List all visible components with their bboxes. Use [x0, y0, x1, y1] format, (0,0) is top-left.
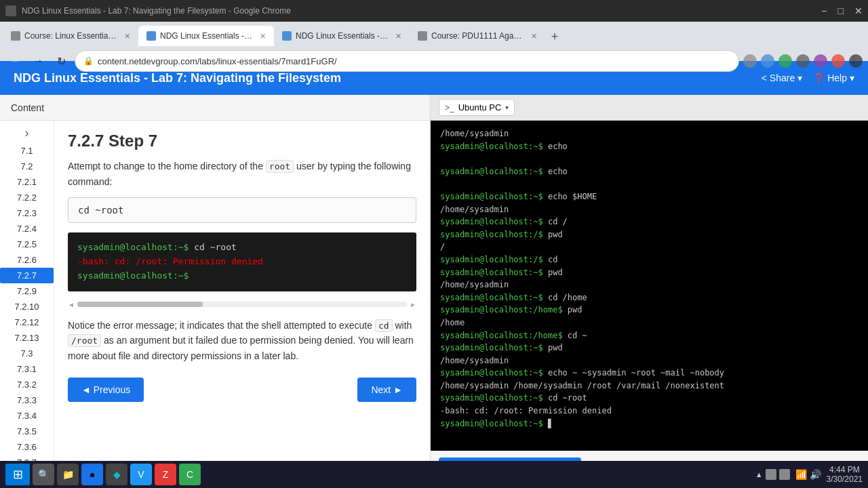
sidebar-item-7-3[interactable]: 7.3 [0, 346, 54, 361]
vm-line-6: sysadmin@localhost:~$ echo $HOME [440, 190, 859, 203]
terminal-scrollbar: ◄ ► [68, 301, 416, 308]
vm-line-12: sysadmin@localhost:~$ pwd [440, 266, 859, 279]
taskbar-icon-3[interactable]: ◆ [106, 464, 127, 485]
sidebar-item-7-2-13[interactable]: 7.2.13 [0, 330, 54, 346]
sidebar-item-7-2-3[interactable]: 7.2.3 [0, 205, 54, 221]
terminal-icon: >_ [445, 103, 454, 113]
tab-4-close[interactable]: ✕ [531, 32, 537, 41]
scroll-thumb[interactable] [77, 302, 203, 307]
sidebar-arrow[interactable]: › [0, 123, 54, 143]
tray-icon-2 [766, 469, 776, 480]
sidebar-item-7-3-1[interactable]: 7.3.1 [0, 361, 54, 377]
vm-selector[interactable]: >_ Ubuntu PC ▾ [439, 99, 515, 116]
search-taskbar-button[interactable]: 🔍 [33, 464, 54, 485]
tab-1[interactable]: Course: Linux Essential Kelas AB... ✕ [3, 26, 138, 46]
menu-icon[interactable]: ⋮ [849, 54, 863, 68]
tab-3-close[interactable]: ✕ [395, 32, 401, 41]
vm-line-9: sysadmin@localhost:/$ pwd [440, 228, 859, 241]
next-button[interactable]: Next ► [357, 378, 416, 402]
share-icon: < [762, 73, 767, 83]
minimize-btn[interactable]: − [821, 5, 827, 16]
previous-button[interactable]: ◄ Previous [68, 378, 144, 402]
tab-2-close[interactable]: ✕ [260, 32, 266, 41]
content-area: 7.2.7 Step 7 Attempt to change to the ho… [54, 121, 430, 488]
vm-line-18: sysadmin@localhost:~$ pwd [440, 342, 859, 354]
tab-4[interactable]: Course: PDU1111 Agama PS Ma... ✕ [410, 26, 545, 46]
ext-icon-5[interactable] [831, 54, 845, 68]
address-bar[interactable]: 🔒 content.netdevgroup.com/labs/linux-ess… [75, 50, 739, 72]
sidebar-item-7-2-9[interactable]: 7.2.9 [0, 283, 54, 299]
sidebar-item-7-2[interactable]: 7.2 [0, 159, 54, 174]
window-title: NDG Linux Essentials - Lab 7: Navigating… [22, 6, 816, 16]
terminal-line-1: sysadmin@localhost:~$ cd ~root [77, 241, 407, 255]
lock-icon: 🔒 [83, 56, 94, 66]
back-button[interactable]: ← [5, 52, 24, 70]
step-title: 7.2.7 Step 7 [68, 131, 416, 150]
tab-2-label: NDG Linux Essentials - Lab 7: Na... [160, 31, 253, 41]
tray-icon-1: ▲ [755, 470, 763, 479]
sidebar-item-7-2-1[interactable]: 7.2.1 [0, 174, 54, 190]
scroll-left-arrow[interactable]: ◄ [68, 301, 75, 308]
ext-icon-1[interactable] [761, 54, 774, 68]
maximize-btn[interactable]: □ [838, 5, 844, 16]
sidebar-item-7-2-10[interactable]: 7.2.10 [0, 299, 54, 314]
sidebar-item-7-3-6[interactable]: 7.3.6 [0, 439, 54, 455]
forward-button[interactable]: → [28, 52, 47, 70]
content-tab-label: Content [11, 102, 44, 113]
vm-terminal[interactable]: /home/sysadmin sysadmin@localhost:~$ ech… [431, 121, 868, 451]
vm-line-4: sysadmin@localhost:~$ echo [440, 165, 859, 178]
vm-line-5 [440, 178, 859, 190]
notice-root-code: /root [68, 334, 101, 347]
title-bar: NDG Linux Essentials - Lab 7: Navigating… [0, 0, 868, 22]
url-text: content.netdevgroup.com/labs/linux-essen… [98, 56, 337, 66]
volume-icon: 🔊 [810, 469, 821, 480]
sidebar-item-7-2-2[interactable]: 7.2.2 [0, 190, 54, 205]
taskbar-right: ▲ 📶 🔊 4:44 PM 3/30/2021 [755, 465, 863, 484]
sidebar-item-7-2-4[interactable]: 7.2.4 [0, 221, 54, 237]
sidebar-item-7-3-3[interactable]: 7.3.3 [0, 392, 54, 408]
bookmark-icon[interactable] [743, 54, 757, 68]
taskbar-icon-6[interactable]: C [179, 464, 201, 485]
command-display: cd ~root [68, 197, 416, 223]
tab-3[interactable]: NDG Linux Essentials - Lab 8: M... ✕ [274, 26, 410, 46]
reload-button[interactable]: ↻ [52, 52, 71, 70]
vm-line-16: /home [440, 317, 859, 329]
terminal-line-2: -bash: cd: /root: Permission denied [77, 255, 407, 269]
sidebar-item-7-3-2[interactable]: 7.3.2 [0, 377, 54, 392]
share-button[interactable]: < Share ▾ [762, 73, 803, 83]
sidebar-item-7-3-5[interactable]: 7.3.5 [0, 424, 54, 439]
ext-icon-4[interactable] [814, 54, 827, 68]
tab-2[interactable]: NDG Linux Essentials - Lab 7: Na... ✕ [138, 26, 274, 46]
close-btn[interactable]: ✕ [854, 5, 863, 16]
sidebar-item-7-2-5[interactable]: 7.2.5 [0, 237, 54, 252]
ext-icon-2[interactable] [778, 54, 792, 68]
ext-icon-3[interactable] [796, 54, 810, 68]
left-panel: Content › 7.1 7.2 7.2.1 7.2.2 7.2.3 7.2.… [0, 95, 431, 488]
start-button[interactable]: ⊞ [5, 464, 30, 485]
system-icons: 📶 🔊 [795, 469, 821, 480]
help-button[interactable]: ❓ Help ▾ [813, 73, 854, 83]
taskbar-icon-4[interactable]: V [130, 464, 152, 485]
help-icon: ❓ [813, 73, 825, 83]
sidebar-item-7-2-12[interactable]: 7.2.12 [0, 314, 54, 330]
sidebar-item-7-2-7[interactable]: 7.2.7 [0, 268, 54, 283]
tab-bar: Course: Linux Essential Kelas AB... ✕ ND… [0, 22, 868, 46]
vm-line-24: sysadmin@localhost:~$ ▋ [440, 418, 859, 430]
tab-1-label: Course: Linux Essential Kelas AB... [24, 31, 117, 41]
taskbar-date-value: 3/30/2021 [827, 474, 863, 484]
sidebar-item-7-3-4[interactable]: 7.3.4 [0, 408, 54, 424]
share-chevron-icon: ▾ [797, 73, 802, 83]
right-panel: >_ Ubuntu PC ▾ /home/sysadmin sysadmin@l… [431, 95, 868, 488]
taskbar-icon-1[interactable]: 📁 [57, 464, 79, 485]
vm-selector-label: Ubuntu PC [458, 102, 502, 113]
new-tab-button[interactable]: + [545, 27, 564, 46]
taskbar-icon-2[interactable]: ● [81, 464, 103, 485]
tab-1-close[interactable]: ✕ [124, 32, 130, 41]
sidebar-item-7-2-6[interactable]: 7.2.6 [0, 252, 54, 268]
sidebar-item-7-1[interactable]: 7.1 [0, 143, 54, 159]
vm-line-13: /home/sysadmin [440, 279, 859, 291]
taskbar-icon-5[interactable]: Z [155, 464, 176, 485]
scroll-right-arrow[interactable]: ► [410, 301, 416, 308]
vm-line-15: sysadmin@localhost:/home$ pwd [440, 304, 859, 317]
vm-line-3 [440, 152, 859, 165]
